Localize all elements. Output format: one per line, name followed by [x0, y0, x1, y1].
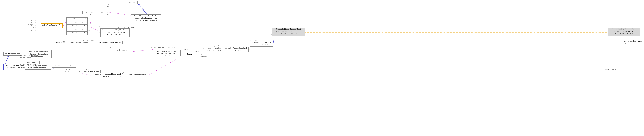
node-tracedcallback-t1t2t3: ns3::TracedCallback < T1, T2, T3 > — [250, 41, 273, 47]
label-m2-b: m2 — [99, 26, 100, 28]
label-m-impl: m_impl — [119, 72, 124, 74]
node-callbackimplbase: ns3::CallbackImplBase — [52, 64, 76, 68]
node-callbackbase: ns3::CallbackBase — [128, 73, 146, 76]
label-t-ptr: T — [54, 72, 56, 73]
node-stdlist-callback: std::list< Callback < void, Ts... > > — [201, 47, 225, 53]
node-typetraits-t3: ns3::TypeTraits< T3 > — [66, 21, 88, 24]
label-t1t2t3-cb: < T1, T2, T3 > — [250, 40, 262, 41]
node-nsempty: ns3::empty — [25, 61, 40, 64]
node-traced-cb-checkerbase-top: TracedCallbackTypedefTest Case::CheckerB… — [131, 15, 162, 23]
node-traced-cb-checker-right: TracedCallbackTypedefTest Case::Checker<… — [608, 28, 640, 36]
edges-svg — [0, 0, 644, 136]
node-typetraits-t1: ns3::TypeTraits< T1 > — [66, 17, 88, 21]
label-m1-b: m1 — [78, 20, 80, 22]
label-parent: PARENT — [4, 63, 10, 65]
node-typetraits-t: ns3::TypeTraits< T > — [41, 23, 63, 29]
node-traced-cb-checkerbase-main: TracedCallbackTypedefTest Case::CheckerB… — [272, 28, 305, 36]
node-tracedcallback-ts: ns3::TracedCallback < Ts > — [227, 47, 249, 52]
node-tracedcallback-t1t2t3-right: ns3::TracedCallback < T1, T2, T3 > — [622, 40, 643, 45]
node-objectbase: ns3::ObjectBase — [3, 52, 22, 56]
label-void-ts: < void, Ts... > — [180, 49, 194, 51]
svg-line-10 — [107, 12, 134, 16]
label-t4: < T4 > — [31, 30, 36, 31]
label-elements-right: elements — [200, 56, 206, 57]
label-m-callbacklist: m_callbackList — [213, 45, 226, 47]
label-m1-a: m1 — [90, 14, 92, 15]
node-callback8: ns3::Callback< 8, T1, T2, T3, T4, T5, T6… — [153, 50, 180, 59]
label-t1t2t3empty: < T1, T2, T3, empty,empty > — [118, 27, 136, 30]
svg-line-0 — [138, 2, 148, 16]
label-t1: < T1 > — [31, 19, 36, 21]
label-callback-void-ts: < Callback< void, Ts... > > — [151, 47, 175, 48]
label-obj-oba-od: < Object, ObjectBase,ObjectDeleter > — [20, 55, 39, 58]
node-object: Object — [126, 1, 138, 4]
label-m-aggregates: m_aggregatesbuffer — [84, 40, 94, 43]
label-m2-c: m2 — [88, 30, 90, 31]
node-typetraits-t2: ns3::TypeTraits< T2 > — [66, 24, 88, 28]
svg-line-21 — [133, 49, 153, 52]
label-m3-a: m3 — [107, 14, 109, 15]
label-t5: < T5 > — [31, 27, 36, 29]
label-m-ptr-2: m_ptr — [86, 69, 91, 70]
label-m-tid: m_tid — [60, 40, 65, 42]
label-m-cb: m_cb — [271, 34, 274, 35]
label-m4m5: m4m5 — [107, 4, 109, 8]
label-m-ptr-1: m_ptr — [66, 69, 71, 70]
label-t2: < T2 > — [31, 24, 36, 26]
node-ptr-callbackimplbase: ns3::Ptr< ns3::CallbackImpl Base > — [93, 73, 120, 78]
node-stdlist-t: std::list< T > — [115, 49, 132, 52]
diagram-container: Object ns3::TypeTraits< empty > TracedCa… — [0, 0, 644, 136]
node-object-aggregates: ns3::Object::Aggregates — [96, 41, 123, 44]
label-m5m4: m5m4 — [99, 31, 101, 35]
label-empty-empty: empty , empty — [605, 69, 616, 70]
label-elements-left: elements — [109, 47, 116, 49]
node-typetraits-empty: ns3::TypeTraits< empty > — [82, 11, 108, 14]
label-callbackimplbase-ref: < CallbackImplBase > — [20, 64, 38, 65]
node-typetraits-t5: ns3::TypeTraits< T5 > — [66, 28, 88, 31]
label-t3: < T3 > — [31, 22, 36, 24]
label-m3-b: m3 — [90, 23, 92, 24]
svg-line-30 — [148, 57, 180, 76]
node-typetraits-t4: ns3::TypeTraits< T4 > — [66, 31, 88, 35]
node-nsobject: ns3::Object — [68, 41, 83, 44]
node-callback-void-ts: ns3::Callback< void, Ts... > — [180, 50, 201, 56]
